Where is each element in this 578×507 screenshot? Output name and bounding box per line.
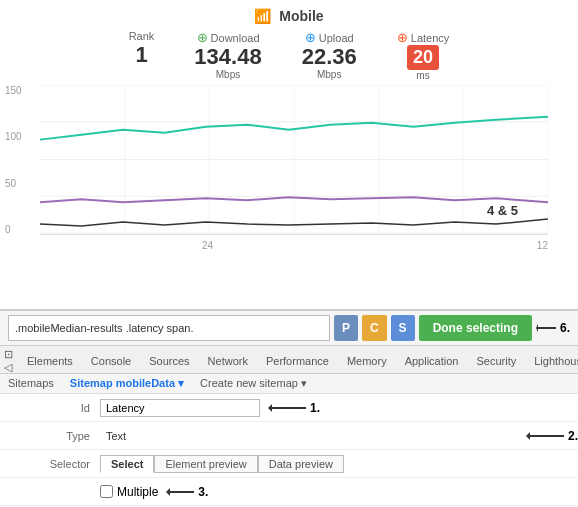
rank-value: 1: [129, 42, 155, 68]
annotation-6: 6.: [536, 320, 570, 336]
chart-container: 150 100 50 0: [40, 85, 548, 250]
selector-input[interactable]: [8, 315, 330, 341]
annotation-3-label: 3.: [198, 485, 208, 499]
tab-lighthouse[interactable]: Lighthouse: [526, 352, 578, 370]
scraper-tab-create-sitemap[interactable]: Create new sitemap ▾: [200, 377, 307, 390]
btn-s[interactable]: S: [391, 315, 415, 341]
tab-performance[interactable]: Performance: [258, 352, 337, 370]
arrow-left-icon-3: [166, 485, 196, 499]
annotation-6-label: 6.: [560, 321, 570, 335]
tab-console[interactable]: Console: [83, 352, 139, 370]
scraper-header: Sitemaps Sitemap mobileData ▾ Create new…: [0, 374, 578, 394]
x-axis: 24 12: [40, 238, 548, 251]
download-unit: Mbps: [194, 69, 261, 80]
chart-section: 📶 Mobile Rank 1 ⊕ Download 134.48 Mbps ⊕…: [0, 0, 578, 310]
selector-tabs: Select Element preview Data preview: [100, 455, 344, 473]
scraper-tab-sitemap-mobiledata[interactable]: Sitemap mobileData ▾: [70, 377, 184, 390]
chart-title: 📶 Mobile: [0, 0, 578, 24]
upload-value: 22.36: [302, 45, 357, 69]
field-selector-row: Selector Select Element preview Data pre…: [0, 450, 578, 478]
field-multiple-container: Multiple 3.: [100, 482, 578, 502]
selector-tab-element-preview[interactable]: Element preview: [154, 455, 257, 473]
upload-unit: Mbps: [302, 69, 357, 80]
tab-network[interactable]: Network: [200, 352, 256, 370]
chart-svg: [40, 85, 548, 235]
selector-tab-data-preview[interactable]: Data preview: [258, 455, 344, 473]
download-label: ⊕ Download: [194, 30, 261, 45]
tab-application[interactable]: Application: [397, 352, 467, 370]
annotation-3: 3.: [166, 485, 208, 499]
stat-download: ⊕ Download 134.48 Mbps: [194, 30, 261, 81]
selector-bar: P C S Done selecting 6.: [0, 310, 578, 346]
annotation-1-label: 1.: [310, 401, 320, 415]
tab-elements[interactable]: Elements: [19, 352, 81, 370]
upload-label: ⊕ Upload: [302, 30, 357, 45]
btn-c[interactable]: C: [362, 315, 387, 341]
latency-value: 20: [407, 45, 439, 70]
tab-memory[interactable]: Memory: [339, 352, 395, 370]
stat-rank: Rank 1: [129, 30, 155, 81]
stat-latency: ⊕ Latency 20 ms: [397, 30, 450, 81]
field-id-container: 1.: [100, 399, 578, 417]
form-section: Sitemaps Sitemap mobileData ▾ Create new…: [0, 374, 578, 507]
upload-icon: ⊕: [305, 30, 316, 45]
field-selector-label: Selector: [0, 458, 100, 470]
svg-marker-12: [536, 324, 538, 332]
latency-icon: ⊕: [397, 30, 408, 45]
y-axis: 150 100 50 0: [5, 85, 22, 235]
tab-security[interactable]: Security: [468, 352, 524, 370]
annotation-4-5: 4 & 5: [487, 203, 518, 218]
field-multiple-row: Multiple 3.: [0, 478, 578, 506]
devtools-icon: ⊡ ◁: [4, 348, 13, 374]
latency-unit: ms: [397, 70, 450, 81]
done-selecting-button[interactable]: Done selecting: [419, 315, 532, 341]
svg-marker-14: [268, 404, 272, 412]
chart-title-text: Mobile: [279, 8, 323, 24]
arrow-left-icon: [536, 320, 558, 336]
selector-tab-select[interactable]: Select: [100, 455, 154, 473]
svg-marker-16: [526, 432, 530, 440]
download-icon: ⊕: [197, 30, 208, 45]
rank-label: Rank: [129, 30, 155, 42]
annotation-1: 1.: [268, 401, 320, 415]
multiple-label: Multiple: [117, 485, 158, 499]
stats-row: Rank 1 ⊕ Download 134.48 Mbps ⊕ Upload 2…: [0, 30, 578, 81]
field-type-label: Type: [0, 430, 100, 442]
field-id-input[interactable]: [100, 399, 260, 417]
field-type-row: Type Text 2.: [0, 422, 578, 450]
latency-label: ⊕ Latency: [397, 30, 450, 45]
arrow-left-icon-2: [526, 429, 566, 443]
bar-chart-icon: 📶: [254, 8, 271, 24]
stat-upload: ⊕ Upload 22.36 Mbps: [302, 30, 357, 81]
arrow-left-icon-1: [268, 401, 308, 415]
field-type-value: Text: [100, 427, 518, 445]
field-id-label: Id: [0, 402, 100, 414]
scraper-tab-sitemaps[interactable]: Sitemaps: [8, 377, 54, 390]
field-id-row: Id 1.: [0, 394, 578, 422]
tab-sources[interactable]: Sources: [141, 352, 197, 370]
svg-marker-18: [166, 488, 170, 496]
btn-p[interactable]: P: [334, 315, 358, 341]
devtools-tabs: ⊡ ◁ Elements Console Sources Network Per…: [0, 346, 578, 374]
multiple-checkbox-row: Multiple: [100, 482, 158, 502]
annotation-2: 2.: [526, 429, 578, 443]
download-value: 134.48: [194, 45, 261, 69]
field-type-container: Text 2.: [100, 427, 578, 445]
multiple-checkbox[interactable]: [100, 485, 113, 498]
annotation-2-label: 2.: [568, 429, 578, 443]
